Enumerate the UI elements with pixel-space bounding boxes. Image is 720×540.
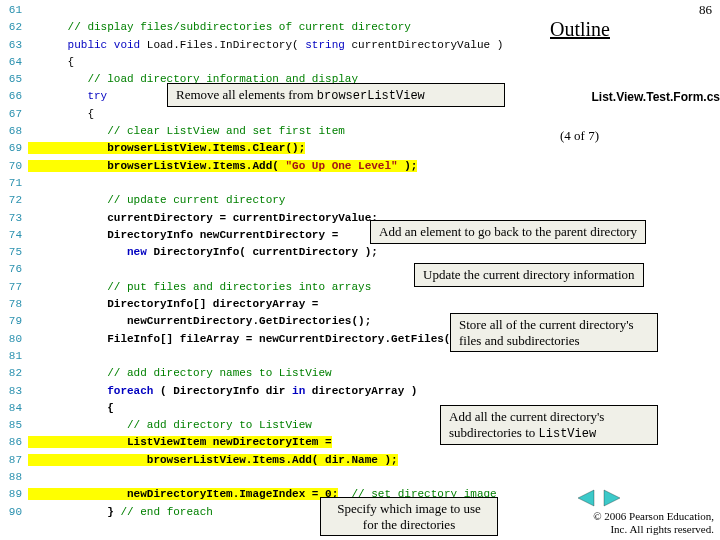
- slide-number: 86: [699, 2, 712, 18]
- code-keyword: string: [305, 39, 345, 51]
- code-comment: // put files and directories into arrays: [28, 281, 371, 293]
- callout-code: ListView: [539, 427, 597, 441]
- code-keyword: new: [28, 246, 147, 258]
- nav-next-icon[interactable]: [602, 488, 624, 508]
- callout-code: browserListView: [317, 89, 425, 103]
- nav-prev-icon[interactable]: [574, 488, 596, 508]
- code-comment: // add directory names to ListView: [28, 367, 332, 379]
- callout-remove-elements: Remove all elements from browserListView: [167, 83, 505, 107]
- code-text: newCurrentDirectory.GetDirectories();: [28, 315, 371, 327]
- callout-add-subdirs: Add all the current directory's subdirec…: [440, 405, 658, 445]
- code-comment: // update current directory: [28, 194, 285, 206]
- code-string: "Go Up One Level": [285, 160, 397, 172]
- callout-add-element: Add an element to go back to the parent …: [370, 220, 646, 244]
- code-highlight: newDirectoryItem.ImageIndex = 0;: [28, 488, 338, 500]
- code-highlight: browserListView.Items.Clear();: [28, 142, 305, 154]
- code-text: {: [28, 402, 114, 414]
- code-comment: // add directory to ListView: [28, 419, 312, 431]
- callout-text: Remove all elements from: [176, 87, 317, 102]
- code-text: DirectoryInfo newCurrentDirectory =: [28, 229, 338, 241]
- code-text: DirectoryInfo[] directoryArray =: [28, 298, 318, 310]
- line-numbers: 61 62 63 64 65 66 67 68 69 70 71 72 73 7…: [4, 2, 22, 521]
- callout-update-dir: Update the current directory information: [414, 263, 644, 287]
- svg-marker-1: [604, 490, 620, 506]
- code-keyword: foreach: [28, 385, 153, 397]
- code-highlight: ListViewItem newDirectoryItem =: [28, 436, 332, 448]
- outline-heading: Outline: [550, 18, 610, 41]
- code-text: ( DirectoryInfo dir: [153, 385, 292, 397]
- code-text: {: [28, 56, 74, 68]
- source-filename: List.View.Test.Form.cs: [592, 90, 720, 104]
- code-comment: // end foreach: [120, 506, 212, 518]
- code-text: DirectoryInfo( currentDirectory );: [147, 246, 378, 258]
- page-counter: (4 of 7): [560, 128, 599, 144]
- svg-marker-0: [578, 490, 594, 506]
- code-text: currentDirectoryValue ): [345, 39, 503, 51]
- callout-store-files: Store all of the current directory's fil…: [450, 313, 658, 352]
- code-text: directoryArray ): [305, 385, 417, 397]
- code-text: }: [28, 506, 120, 518]
- copyright-line2: Inc. All rights reserved.: [610, 523, 714, 535]
- code-comment: // display files/subdirectories of curre…: [28, 21, 411, 33]
- code-comment: // clear ListView and set first item: [28, 125, 345, 137]
- code-text: Load.Files.InDirectory(: [140, 39, 305, 51]
- code-keyword: public void: [28, 39, 140, 51]
- callout-specify-image: Specify which image to use for the direc…: [320, 497, 498, 536]
- code-highlight: );: [398, 160, 418, 172]
- code-keyword: try: [28, 90, 107, 102]
- nav-buttons: [574, 488, 624, 508]
- code-text: currentDirectory = currentDirectoryValue…: [28, 212, 378, 224]
- code-text: FileInfo[] fileArray = newCurrentDirecto…: [28, 333, 464, 345]
- copyright: © 2006 Pearson Education, Inc. All right…: [593, 510, 714, 536]
- code-highlight: browserListView.Items.Add(: [28, 160, 285, 172]
- copyright-line1: © 2006 Pearson Education,: [593, 510, 714, 522]
- code-text: {: [28, 108, 94, 120]
- code-block: // display files/subdirectories of curre…: [28, 2, 503, 521]
- code-keyword: in: [292, 385, 305, 397]
- code-highlight: browserListView.Items.Add( dir.Name );: [28, 454, 398, 466]
